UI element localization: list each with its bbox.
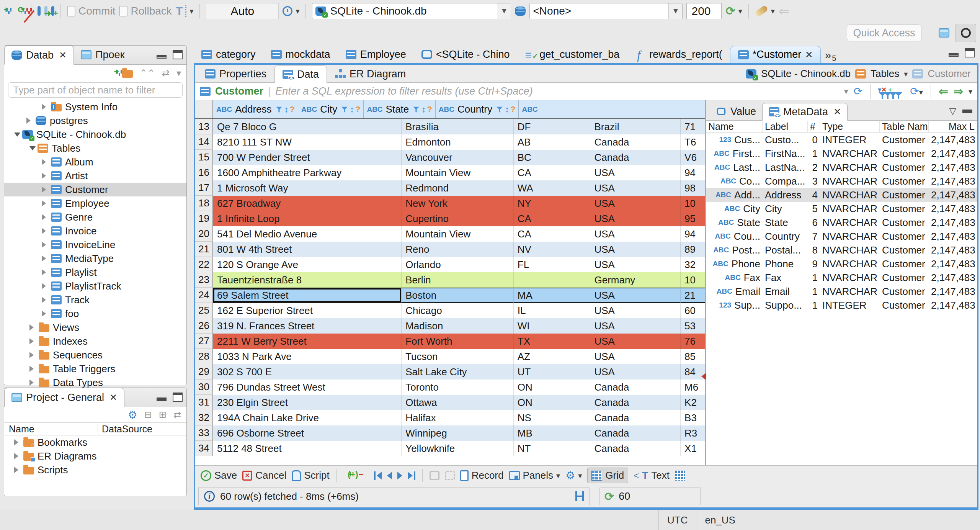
object-filter-input[interactable]: Type part of object name to filter [8, 82, 183, 98]
cell-country[interactable]: Germany [590, 272, 681, 288]
expand-arrow-icon[interactable] [29, 380, 37, 386]
tab-database-navigator[interactable]: Datab ✕ [4, 46, 74, 65]
expand-arrow-icon[interactable] [42, 159, 49, 165]
cell-address[interactable]: 302 S 700 E [213, 364, 402, 380]
cell-address[interactable]: 796 Dundas Street West [213, 380, 402, 395]
metadata-row[interactable]: ABCState State 6 NVARCHAR Customer 2,147… [706, 216, 977, 229]
cell-extra[interactable]: K2 [681, 395, 705, 410]
row-number[interactable]: 19 [195, 211, 213, 226]
row-number[interactable]: 33 [195, 425, 213, 441]
cell-extra[interactable]: R3 [681, 425, 705, 441]
editor-tab[interactable]: Employee ✕ [338, 46, 414, 63]
cell-city[interactable]: Boston [402, 288, 514, 303]
cell-city[interactable]: Mountain View [402, 226, 514, 242]
maximize-editor-icon[interactable] [965, 48, 975, 57]
expand-arrow-icon[interactable] [42, 242, 49, 248]
expand-arrow-icon[interactable] [29, 352, 37, 358]
expand-arrow-icon[interactable] [29, 338, 37, 344]
cell-state[interactable]: UT [514, 364, 591, 380]
cell-country[interactable]: USA [590, 242, 681, 257]
tree-item[interactable]: Genre [4, 210, 186, 224]
cell-state[interactable]: CA [514, 226, 591, 242]
metadata-row[interactable]: ABCCity City 5 NVARCHAR Customer 2,147,4… [706, 202, 977, 216]
metadata-row[interactable]: ABCCo... Compa... 3 NVARCHAR Customer 2,… [706, 174, 977, 188]
expand-arrow-icon[interactable] [42, 297, 49, 303]
cell-extra[interactable]: 10 [681, 272, 705, 288]
metadata-row[interactable]: ABCPhone Phone 9 NVARCHAR Customer 2,147… [706, 257, 977, 271]
cell-country[interactable]: USA [590, 349, 681, 364]
cell-address[interactable]: 69 Salem Street [213, 288, 402, 303]
cell-address[interactable]: 1 Infinite Loop [213, 211, 402, 226]
cell-state[interactable]: CA [514, 165, 591, 180]
cell-city[interactable]: Redmond [402, 180, 514, 196]
rollback-button[interactable]: Rollback [119, 5, 172, 17]
breadcrumb-container[interactable]: Tables [871, 68, 899, 80]
column-header-label[interactable]: Label [763, 121, 808, 132]
column-header[interactable]: ABC City ↕ ? [298, 100, 364, 118]
tree-item[interactable]: Playlist [4, 265, 186, 279]
cell-address[interactable]: 2211 W Berry Street [213, 334, 402, 349]
tree-item[interactable]: Views [4, 321, 186, 334]
column-header-type[interactable]: Type [820, 121, 880, 132]
cell-extra[interactable]: 89 [681, 242, 705, 257]
editor-tab[interactable]: rewards_report( ✕ [627, 46, 730, 63]
subtab[interactable]: ER Diagram [327, 65, 414, 82]
more-tabs-button[interactable]: »5 [821, 49, 840, 63]
cell-state[interactable]: AZ [514, 349, 591, 364]
subtab[interactable]: Data [274, 65, 327, 83]
cell-state[interactable]: ON [514, 380, 591, 395]
cell-city[interactable]: Madison [402, 318, 514, 334]
panels-button[interactable]: Panels▾ [509, 469, 560, 481]
fetch-menu-icon[interactable]: ▾ [969, 87, 972, 96]
cell-city[interactable]: Berlin [402, 272, 514, 288]
cell-extra[interactable]: B3 [681, 410, 705, 425]
tree-item[interactable]: Employee [4, 196, 186, 210]
expand-arrow-icon[interactable] [29, 146, 36, 154]
expand-arrow-icon[interactable] [14, 132, 20, 140]
cell-extra[interactable]: 53 [681, 318, 705, 334]
cell-state[interactable]: ON [514, 395, 591, 410]
cell-country[interactable]: Canada [590, 380, 681, 395]
previous-row-button[interactable] [387, 472, 392, 479]
row-number[interactable]: 16 [195, 165, 213, 180]
minimize-panel-icon[interactable] [962, 110, 972, 113]
tab-metadata[interactable]: MetaData ✕ [762, 103, 848, 121]
breadcrumb-entity[interactable]: Customer [928, 68, 971, 80]
metadata-row[interactable]: ABCLast... LastNa... 2 NVARCHAR Customer… [706, 160, 977, 174]
sort-icon[interactable]: ↕ [421, 105, 426, 115]
cell-extra[interactable]: 71 [681, 119, 705, 134]
cell-city[interactable]: Ottawa [402, 395, 514, 410]
cell-address[interactable]: 541 Del Medio Avenue [213, 226, 402, 242]
cell-state[interactable]: NS [514, 410, 591, 425]
row-number[interactable]: 23 [195, 272, 213, 288]
collapse-all-icon[interactable]: ⌃⌃ [140, 68, 155, 79]
tree-item[interactable]: Track [4, 293, 186, 307]
cell-extra[interactable]: V6 [681, 150, 705, 165]
tab-value[interactable]: Value [710, 103, 762, 120]
cell-address[interactable]: 700 W Pender Street [213, 150, 402, 165]
text-view-button[interactable]: <TText [634, 469, 670, 481]
row-number[interactable]: 18 [195, 196, 213, 211]
cell-city[interactable]: Salt Lake City [402, 364, 514, 380]
expand-arrow-icon[interactable] [14, 467, 21, 473]
cell-city[interactable]: Brasília [402, 119, 514, 134]
cell-address[interactable]: 194A Chain Lake Drive [213, 410, 402, 425]
auto-refresh-button[interactable]: ⟳▾ [725, 4, 742, 18]
cell-country[interactable]: USA [590, 334, 681, 349]
cell-state[interactable]: NT [514, 441, 591, 456]
cell-country[interactable]: USA [590, 226, 681, 242]
cell-address[interactable]: 230 Elgin Street [213, 395, 402, 410]
tree-item[interactable]: Album [4, 155, 186, 169]
cell-extra[interactable]: T6 [681, 134, 705, 150]
cell-state[interactable]: TX [514, 334, 591, 349]
cell-country[interactable]: USA [590, 165, 681, 180]
cell-city[interactable]: Fort Worth [402, 334, 514, 349]
cell-country[interactable]: USA [590, 364, 681, 380]
expand-arrow-icon[interactable] [42, 214, 49, 220]
sql-editor-button[interactable] [38, 8, 41, 15]
cell-state[interactable]: BC [514, 150, 591, 165]
cell-state[interactable]: FL [514, 257, 591, 272]
close-icon[interactable]: ✕ [109, 392, 117, 403]
gear-icon[interactable]: ⚙ [128, 409, 137, 421]
expand-arrow-icon[interactable] [29, 324, 37, 330]
